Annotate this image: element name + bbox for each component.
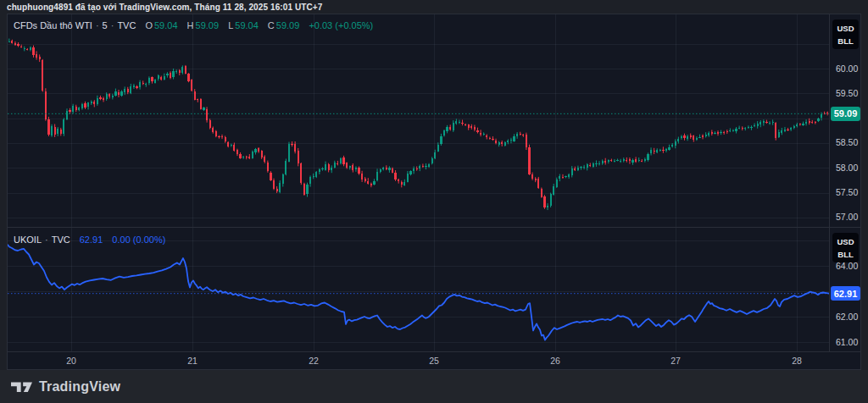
price-axis-label: 59.50 [836, 88, 858, 99]
ohlc-low-label: L [228, 20, 233, 30]
ukoil-line-series [8, 228, 829, 351]
gridline-horizontal [8, 218, 829, 218]
wti-interval: 5 [103, 20, 108, 30]
unit-badge: USDBLL [832, 233, 859, 262]
ohlc-close-value: 59.09 [276, 20, 300, 30]
ohlc-close-label: C [268, 20, 275, 30]
gridline-horizontal [8, 69, 829, 69]
price-axis-label: 57.00 [836, 212, 858, 223]
time-axis-label: 22 [309, 356, 319, 366]
unit-currency: USD [837, 24, 854, 33]
wti-legend[interactable]: CFDs Dầu thô WTI·5·TVC O59.04 H59.09 L59… [14, 20, 373, 30]
price-axis-label: 60.00 [836, 63, 858, 75]
time-axis-label: 26 [550, 356, 560, 366]
separator-dot: · [45, 235, 48, 245]
tradingview-logo-link[interactable]: TradingView [11, 379, 120, 395]
ukoil-symbol-title[interactable]: UKOIL [14, 235, 42, 245]
ukoil-last-value: 62.91 [80, 235, 103, 245]
ukoil-exchange: TVC [52, 235, 70, 245]
tradingview-brand-text: TradingView [39, 379, 120, 395]
gridline-horizontal [8, 168, 829, 168]
footer-bar: TradingView [0, 370, 868, 403]
price-axis-label: 61.00 [836, 337, 858, 348]
gridline-horizontal [8, 93, 829, 94]
time-axis-label: 21 [187, 356, 198, 366]
gridline-vertical [797, 14, 798, 351]
gridline-horizontal [8, 193, 829, 194]
separator-dot: · [96, 20, 99, 30]
last-price-badge-wti: 59.09 [831, 107, 860, 121]
last-price-badge-ukoil: 62.91 [831, 286, 860, 301]
separator-dot: · [111, 20, 114, 30]
gridline-horizontal [8, 143, 829, 144]
time-axis[interactable]: 20212225262728 [8, 351, 860, 370]
pane-divider[interactable] [8, 227, 860, 228]
gridline-vertical [314, 14, 314, 351]
wti-candlestick-series [8, 14, 829, 228]
price-axis-label: 57.50 [836, 187, 858, 198]
price-scale[interactable]: 60.0059.5059.0058.5058.0057.5057.00USDBL… [829, 14, 861, 351]
gridline-vertical [676, 14, 676, 351]
tradingview-logo-icon [11, 380, 32, 394]
unit-badge: USDBLL [832, 19, 859, 49]
gridline-horizontal [8, 119, 829, 119]
unit-measure: BLL [837, 250, 853, 259]
price-axis-label: 58.50 [836, 137, 858, 148]
price-axis-label: 62.00 [836, 312, 858, 323]
time-axis-label: 27 [670, 356, 681, 366]
gridline-horizontal [8, 291, 829, 292]
time-axis-label: 25 [429, 356, 439, 366]
attribution-bar: chuphuong4891 đã tạo với TradingView.com… [0, 0, 868, 14]
ohlc-high-label: H [187, 20, 194, 30]
gridline-horizontal [8, 266, 829, 267]
ukoil-legend[interactable]: UKOIL·TVC 62.91 0.00 (0.00%) [14, 235, 165, 245]
ohlc-high-value: 59.09 [196, 20, 220, 30]
chart-frame: CFDs Dầu thô WTI·5·TVC O59.04 H59.09 L59… [7, 14, 861, 370]
gridline-vertical [434, 14, 435, 351]
wti-symbol-title[interactable]: CFDs Dầu thô WTI [14, 20, 92, 30]
ohlc-open-value: 59.04 [154, 20, 178, 30]
unit-currency: USD [837, 237, 854, 246]
ukoil-change: 0.00 (0.00%) [112, 235, 165, 245]
plot-area[interactable]: CFDs Dầu thô WTI·5·TVC O59.04 H59.09 L59… [8, 14, 829, 351]
tradingview-snapshot: chuphuong4891 đã tạo với TradingView.com… [0, 0, 868, 403]
gridline-vertical [555, 14, 556, 351]
gridline-horizontal [8, 342, 829, 343]
gridline-horizontal [8, 317, 829, 317]
time-axis-label: 20 [66, 356, 76, 366]
ohlc-open-label: O [145, 20, 153, 30]
wti-exchange: TVC [117, 20, 136, 30]
gridline-vertical [71, 14, 72, 351]
price-axis-label: 58.00 [836, 163, 858, 174]
gridline-horizontal [8, 44, 829, 45]
attribution-text: chuphuong4891 đã tạo với TradingView.com… [7, 3, 322, 12]
ohlc-low-value: 59.04 [235, 20, 259, 30]
gridline-vertical [192, 14, 193, 351]
time-axis-label: 28 [792, 356, 802, 366]
unit-measure: BLL [837, 36, 853, 46]
wti-change: +0.03 (+0.05%) [309, 20, 373, 30]
